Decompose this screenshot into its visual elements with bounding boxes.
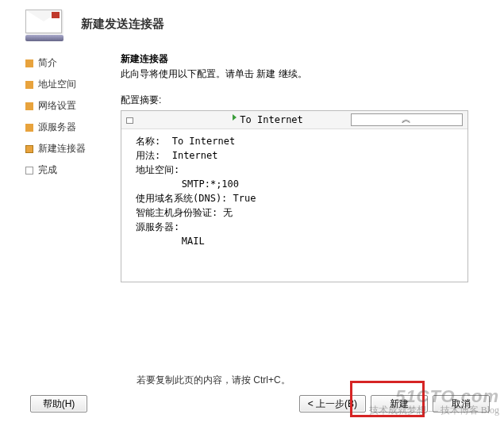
sidebar-item-finish: 完成 — [25, 159, 121, 181]
sidebar-item-label: 简介 — [38, 56, 57, 70]
sidebar-item-source: 源服务器 — [25, 117, 121, 138]
collapse-icon[interactable]: ︽ — [351, 113, 463, 126]
sidebar-item-network: 网络设置 — [25, 95, 121, 117]
summary-body: 名称: To Internet 用法: Internet 地址空间: SMTP:… — [121, 129, 467, 282]
copy-hint: 若要复制此页的内容，请按 Ctrl+C。 — [137, 374, 490, 387]
summary-head-text: To Internet — [240, 114, 350, 125]
content-desc: 此向导将使用以下配置。请单击 新建 继续。 — [121, 67, 490, 81]
summary-label: 配置摘要: — [121, 94, 490, 107]
sidebar-item-label: 完成 — [38, 163, 57, 177]
sidebar-item-label: 网络设置 — [38, 99, 76, 113]
wizard-sidebar: 简介 地址空间 网络设置 源服务器 新建连接器 完成 — [25, 52, 121, 282]
create-button[interactable]: 新建 — [371, 395, 428, 412]
sidebar-item-intro: 简介 — [25, 52, 121, 74]
sidebar-item-label: 新建连接器 — [38, 142, 86, 155]
back-button[interactable]: < 上一步(B) — [299, 395, 366, 412]
help-button[interactable]: 帮助(H) — [30, 395, 87, 412]
summary-header[interactable]: To Internet ︽ — [121, 111, 467, 129]
content-title: 新建连接器 — [121, 52, 490, 66]
wizard-title: 新建发送连接器 — [81, 17, 164, 32]
sidebar-item-label: 地址空间 — [38, 78, 76, 91]
sidebar-item-address: 地址空间 — [25, 74, 121, 95]
connector-icon — [126, 114, 237, 125]
sidebar-item-create: 新建连接器 — [25, 138, 121, 159]
sidebar-item-label: 源服务器 — [38, 121, 76, 134]
config-summary-panel: To Internet ︽ 名称: To Internet 用法: Intern… — [121, 110, 468, 282]
envelope-icon — [25, 10, 63, 38]
cancel-button[interactable]: 取消 — [433, 395, 490, 412]
